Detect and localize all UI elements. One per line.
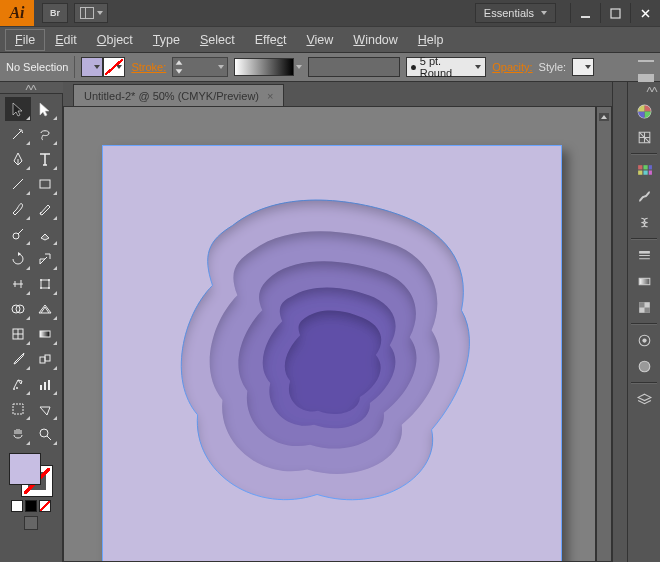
- svg-rect-2: [40, 180, 50, 188]
- menu-view[interactable]: View: [297, 30, 342, 50]
- opacity-label[interactable]: Opacity:: [492, 61, 532, 73]
- variable-width-profile[interactable]: [234, 58, 294, 76]
- pen-tool[interactable]: [5, 147, 31, 171]
- rotate-tool[interactable]: [5, 247, 31, 271]
- symbols-panel-button[interactable]: [631, 209, 657, 235]
- mesh-tool[interactable]: [5, 322, 31, 346]
- svg-rect-26: [638, 170, 642, 174]
- selection-tool[interactable]: [5, 97, 31, 121]
- hand-tool[interactable]: [5, 422, 31, 446]
- column-graph-tool[interactable]: [32, 372, 58, 396]
- vertical-scrollbar[interactable]: [596, 106, 612, 562]
- rectangle-tool[interactable]: [32, 172, 58, 196]
- free-transform-tool[interactable]: [32, 272, 58, 296]
- color-panel-button[interactable]: [631, 98, 657, 124]
- panel-dock: [627, 82, 660, 562]
- symbol-sprayer-tool[interactable]: [5, 372, 31, 396]
- chevron-down-icon: [541, 11, 547, 15]
- menu-object[interactable]: Object: [88, 30, 142, 50]
- window-minimize-button[interactable]: [570, 3, 600, 23]
- blend-tool[interactable]: [32, 347, 58, 371]
- swatches-panel-button[interactable]: [631, 157, 657, 183]
- panel-collapse-button[interactable]: [628, 86, 661, 96]
- tools-panel: [0, 82, 63, 562]
- selection-status: No Selection: [6, 61, 68, 73]
- screen-mode-button[interactable]: [24, 516, 38, 530]
- document-tab-strip: Untitled-2* @ 50% (CMYK/Preview) ×: [63, 82, 612, 106]
- transparency-panel-button[interactable]: [631, 294, 657, 320]
- brush-preset[interactable]: 5 pt. Round: [406, 57, 486, 77]
- control-bar: No Selection Stroke: 5 pt. Round Opacity…: [0, 52, 660, 82]
- svg-rect-13: [40, 357, 45, 363]
- workspace-label: Essentials: [484, 7, 534, 19]
- graphic-styles-panel-button[interactable]: [631, 353, 657, 379]
- stroke-label[interactable]: Stroke:: [131, 61, 166, 73]
- color-guide-panel-button[interactable]: [631, 124, 657, 150]
- svg-point-16: [16, 387, 18, 389]
- title-bar: Ai Br Essentials: [0, 0, 660, 26]
- scale-tool[interactable]: [32, 247, 58, 271]
- graphic-style-swatch[interactable]: [572, 58, 594, 76]
- layers-panel-button[interactable]: [631, 386, 657, 412]
- control-flyout-menu-icon[interactable]: [638, 60, 654, 74]
- perspective-grid-tool[interactable]: [32, 297, 58, 321]
- menu-help[interactable]: Help: [409, 30, 453, 50]
- gradient-panel-panel-button[interactable]: [631, 268, 657, 294]
- scrollbar-up-arrow-icon[interactable]: [599, 113, 609, 121]
- slice-tool[interactable]: [32, 397, 58, 421]
- bridge-button[interactable]: Br: [42, 3, 68, 23]
- menu-window[interactable]: Window: [344, 30, 406, 50]
- magic-wand-tool[interactable]: [5, 122, 31, 146]
- svg-rect-19: [48, 380, 50, 390]
- paintbrush-tool[interactable]: [5, 197, 31, 221]
- stroke-panel-panel-button[interactable]: [631, 242, 657, 268]
- close-icon[interactable]: ×: [267, 90, 273, 102]
- stroke-color-swatch[interactable]: [103, 57, 125, 77]
- window-maximize-button[interactable]: [600, 3, 630, 23]
- gradient-mode-icon[interactable]: [25, 500, 37, 512]
- blob-brush-tool[interactable]: [5, 222, 31, 246]
- panel-separator: [631, 238, 657, 239]
- fill-color-swatch[interactable]: [81, 57, 103, 77]
- menu-edit[interactable]: Edit: [46, 30, 86, 50]
- dot-icon: [411, 65, 416, 70]
- workspace-switcher[interactable]: Essentials: [475, 3, 556, 23]
- brushes-panel-button[interactable]: [631, 183, 657, 209]
- brush-definition-field[interactable]: [308, 57, 400, 77]
- menu-file[interactable]: File: [6, 30, 44, 50]
- document-tab[interactable]: Untitled-2* @ 50% (CMYK/Preview) ×: [73, 84, 284, 106]
- pencil-tool[interactable]: [32, 197, 58, 221]
- canvas[interactable]: [63, 106, 596, 562]
- zoom-tool[interactable]: [32, 422, 58, 446]
- arrange-documents-button[interactable]: [74, 3, 108, 23]
- menu-effect[interactable]: Effect: [246, 30, 296, 50]
- document-tab-label: Untitled-2* @ 50% (CMYK/Preview): [84, 90, 259, 102]
- none-mode-icon[interactable]: [39, 500, 51, 512]
- tools-collapse-button[interactable]: [0, 82, 63, 94]
- svg-rect-14: [45, 355, 50, 361]
- svg-rect-20: [13, 404, 23, 414]
- stroke-weight-stepper[interactable]: [172, 57, 228, 77]
- color-mode-icon[interactable]: [11, 500, 23, 512]
- svg-point-7: [40, 287, 42, 289]
- eyedropper-tool[interactable]: [5, 347, 31, 371]
- artboard-tool[interactable]: [5, 397, 31, 421]
- appearance-panel-button[interactable]: [631, 327, 657, 353]
- menu-type[interactable]: Type: [144, 30, 189, 50]
- eraser-tool[interactable]: [32, 222, 58, 246]
- svg-point-8: [48, 287, 50, 289]
- direct-selection-tool[interactable]: [32, 97, 58, 121]
- width-tool[interactable]: [5, 272, 31, 296]
- type-tool[interactable]: [32, 147, 58, 171]
- shape-builder-tool[interactable]: [5, 297, 31, 321]
- lasso-tool[interactable]: [32, 122, 58, 146]
- svg-rect-1: [611, 9, 620, 18]
- fill-stroke-swatch[interactable]: [9, 453, 53, 497]
- svg-point-35: [639, 361, 650, 372]
- window-close-button[interactable]: [630, 3, 660, 23]
- artboard[interactable]: [102, 145, 562, 562]
- line-tool[interactable]: [5, 172, 31, 196]
- gradient-tool[interactable]: [32, 322, 58, 346]
- menu-select[interactable]: Select: [191, 30, 244, 50]
- fill-swatch[interactable]: [9, 453, 41, 485]
